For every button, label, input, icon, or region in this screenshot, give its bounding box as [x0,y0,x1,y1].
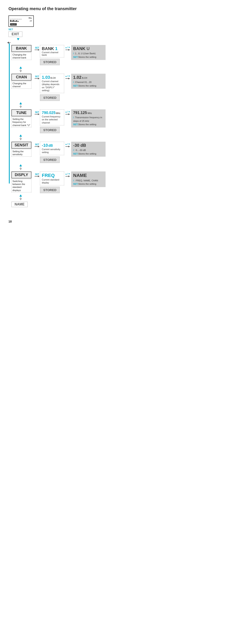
nav-arrows-2 [20,102,106,108]
blue-vertical-bar [9,43,10,184]
tune-right-box: 791.125MHz / :Transmission frequency in … [71,109,106,128]
disply-updown: ▲/▼ [65,173,70,177]
bank-current-desc: Current channel bank [42,51,62,56]
disply-stored: STORED [40,187,60,193]
bank-current-box: BANK 1 Current channel bank [40,45,64,58]
tune-updown: ▲/▼ [65,111,70,115]
nav-arrows-3 [20,134,106,140]
sensit-menu-box[interactable]: SENSIT [12,142,32,149]
page-number: 18 [8,220,106,223]
exit-box: EXIT [8,32,22,37]
sensit-current-desc: Current sensitivity setting [42,148,62,154]
tune-row: TUNE Setting the frequency for channel b… [12,109,106,133]
set-label-top: SET [8,28,106,30]
bank-row: BANK Changing the channel bank SET BANK … [12,45,106,65]
page-title: Operating menu of the transmitter [8,6,106,11]
lcd-freq: ⎯⎯⎯⎯⎯⎯⎯ [10,17,22,20]
chan-desc: Changing the channel [12,81,32,89]
bank-right-box: BANK U / :1...8, U (User Bank) SET:Store… [71,45,106,60]
lcd-af: AF [30,20,32,22]
disply-right-box: NAME / : FREQ, NAME, CHAN SET:Stores the… [71,172,106,187]
sensit-set-connector: SET [34,143,40,148]
chan-right-box: 1.02B.CH / :Channel 01...20 SET:Stores t… [71,74,106,89]
chan-menu-box[interactable]: CHAN [12,74,32,81]
chan-set-connector: SET [34,76,40,80]
sensit-current-box: -10 dB Current sensitivity setting [40,142,64,155]
bank-menu-box[interactable]: BANK [12,45,32,52]
bank-updown: ▲/▼ [65,46,70,51]
bank-stored: STORED [40,59,60,65]
sensit-stored: STORED [40,156,60,163]
tune-menu-box[interactable]: TUNE [12,109,32,116]
tune-current-box: 790.025 MHz Current frequency on the sel… [40,109,64,126]
chan-current-box: 1.03 B.CH Current channel (display depen… [40,74,64,93]
chan-current-desc: Current channel (display depends on "DIS… [42,80,62,92]
lcd-mhz: MHz [29,17,32,19]
chan-stored: STORED [40,94,60,101]
sensit-right-box: -30 dB / : 0...-30 dB SET:Stores the set… [71,142,106,157]
nav-arrows-4 [20,164,106,170]
tune-current-desc: Current frequency on the selected channe… [42,115,62,124]
bank-set-connector: SET [34,47,40,51]
name-bottom-box: NAME [12,202,28,207]
bank-desc: Changing the channel bank [12,52,32,60]
nav-arrows-5 [20,194,106,200]
lcd-pilot: PILOT [10,23,17,26]
sensit-desc: Setting the sensitivity [12,149,32,157]
lcd-display: ⎯⎯⎯⎯⎯⎯⎯ MHz AF PILOT [8,16,106,27]
tune-desc: Setting the frequency for channel bank "… [12,117,32,127]
tune-set-connector: SET [34,111,40,115]
chan-updown: ▲/▼ [65,75,70,80]
disply-menu-box[interactable]: DISPLY [12,172,32,178]
sensit-row: SENSIT Setting the sensitivity SET -10 d… [12,142,106,163]
disply-current-desc: Current standard display [42,178,62,184]
disply-set-connector: SET [34,173,40,177]
disply-row: DISPLY Switching between the standard di… [12,172,106,194]
nav-arrows-1 [20,66,106,72]
diagram: BANK Changing the channel bank SET BANK … [12,42,106,207]
chan-row: CHAN Changing the channel SET 1.03 B.CH … [12,74,106,101]
disply-current-box: FREQ Current standard display [40,172,64,186]
sensit-updown: ▲/▼ [65,143,70,148]
disply-desc: Switching between the standard displays [12,179,32,192]
tune-stored: STORED [40,127,60,133]
